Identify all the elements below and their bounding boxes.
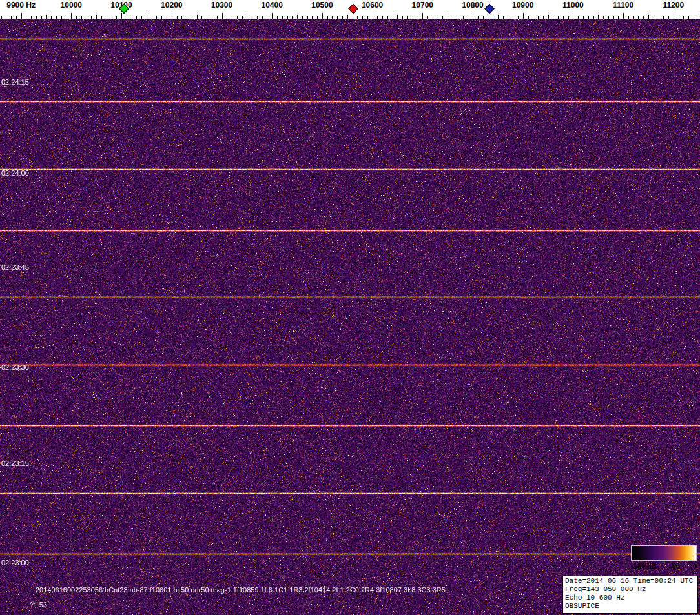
frequency-scale[interactable]: 9900 Hz100001010010200103001040010500106… [0, 0, 700, 19]
colorbar-min-label: -100 dB [631, 562, 657, 570]
colorbar-gradient [631, 545, 697, 561]
amplitude-colorbar: -100 dB -50 0 [631, 545, 697, 570]
event-detection-text: 20140616002253056 hCnt23 nb-87 f10601 hi… [36, 586, 446, 594]
observation-info-box: Date=2014-06-16 Time=00:24 UTC Freq=143 … [562, 576, 698, 614]
spectrogram-waterfall[interactable] [0, 19, 700, 615]
time-label: 02:23:30 [1, 363, 29, 371]
spectrogram-window: 9900 Hz100001010010200103001040010500106… [0, 0, 700, 615]
freq-markers [0, 0, 700, 19]
cursor-readout-text: ^t+53 [30, 601, 47, 609]
colorbar-max-label: 0 [693, 562, 697, 570]
info-station-line: OBSUPICE [565, 602, 695, 610]
colorbar-mid-label: -50 [670, 562, 680, 570]
blue-marker-icon[interactable] [484, 4, 495, 14]
info-date-line: Date=2014-06-16 Time=00:24 UTC [565, 577, 695, 585]
time-label: 02:24:15 [1, 78, 29, 86]
green-marker-icon[interactable] [119, 4, 129, 14]
info-freq-line: Freq=143 050 000 Hz [565, 585, 695, 594]
colorbar-labels: -100 dB -50 0 [631, 562, 697, 570]
time-label: 02:24:00 [1, 169, 29, 177]
time-label: 02:23:00 [1, 559, 29, 567]
time-label: 02:23:15 [1, 459, 29, 467]
red-marker-icon[interactable] [348, 4, 358, 14]
time-label: 02:23:45 [1, 263, 29, 271]
info-echo-line: Echo=10 600 Hz [565, 594, 695, 602]
